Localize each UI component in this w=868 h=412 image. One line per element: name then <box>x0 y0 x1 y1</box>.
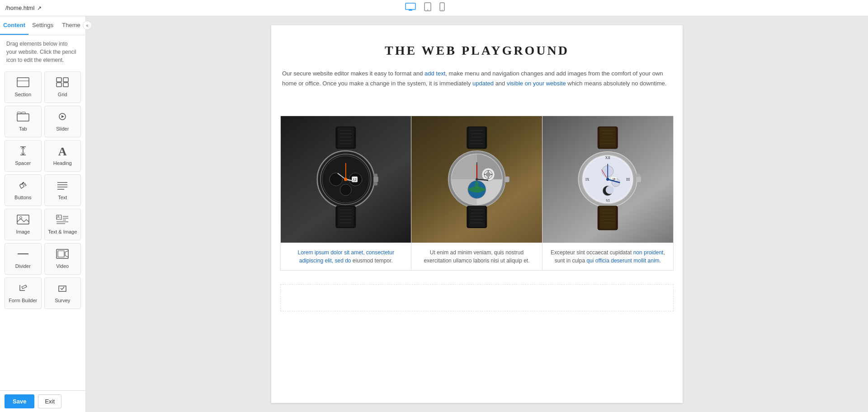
section-icon <box>17 77 29 89</box>
svg-rect-8 <box>17 78 29 87</box>
grid-label: Grid <box>58 92 67 97</box>
svg-line-90 <box>476 179 488 180</box>
product-caption-3-link-1: non proident <box>633 249 664 256</box>
element-survey[interactable]: Survey <box>44 277 81 309</box>
svg-text:IX: IX <box>585 178 590 182</box>
product-item-2: Ut enim ad minim veniam, quis nostrud ex… <box>411 116 542 270</box>
element-text-image[interactable]: Text & Image <box>44 209 81 240</box>
svg-rect-13 <box>63 83 68 87</box>
svg-rect-37 <box>58 251 64 257</box>
topbar: /home.html ↗ <box>0 0 868 16</box>
form-builder-label: Form Builder <box>9 298 37 303</box>
sidebar-collapse-button[interactable]: « <box>83 21 92 30</box>
svg-rect-12 <box>57 83 61 87</box>
desktop-icon[interactable] <box>405 3 416 13</box>
svg-text:VI: VI <box>606 199 610 203</box>
image-icon <box>17 215 29 226</box>
product-item-3: XII III VI IX 18 <box>542 116 673 270</box>
svg-point-55 <box>330 173 343 186</box>
filename-label: /home.html <box>5 5 34 11</box>
video-icon <box>56 249 69 261</box>
spacer-label: Spacer <box>15 160 31 166</box>
element-heading[interactable]: A Heading <box>44 140 81 172</box>
divider-icon <box>17 249 29 261</box>
element-form-builder[interactable]: Form Builder <box>5 277 42 309</box>
product-grid: 12 <box>280 116 674 271</box>
svg-line-38 <box>65 251 68 252</box>
svg-marker-18 <box>61 115 64 118</box>
divider-label: Divider <box>15 263 31 269</box>
topbar-left: /home.html ↗ <box>5 5 42 11</box>
section-label: Section <box>14 92 31 97</box>
product-image-1: 12 <box>281 116 411 243</box>
save-button[interactable]: Save <box>5 394 34 408</box>
element-text[interactable]: Text <box>44 174 81 206</box>
page-canvas: THE WEB PLAYGROUND Our secure website ed… <box>271 25 683 403</box>
element-section[interactable]: Section <box>5 71 42 103</box>
form-builder-icon <box>17 283 29 295</box>
mobile-icon[interactable] <box>439 2 445 14</box>
svg-rect-65 <box>338 206 354 227</box>
buttons-icon <box>17 180 29 192</box>
product-image-2 <box>411 116 542 243</box>
svg-rect-124 <box>636 177 641 183</box>
sidebar: « Content Settings Theme Drag elements b… <box>0 16 86 412</box>
tab-theme[interactable]: Theme <box>57 16 85 35</box>
svg-rect-52 <box>373 177 378 183</box>
text-icon <box>56 180 69 192</box>
tab-label: Tab <box>19 126 27 131</box>
image-label: Image <box>16 229 30 234</box>
video-label: Video <box>56 263 69 269</box>
intro-link-3: visible on your website <box>507 80 566 87</box>
svg-rect-26 <box>17 215 29 224</box>
element-image[interactable]: Image <box>5 209 42 240</box>
tab-settings[interactable]: Settings <box>28 16 57 35</box>
grid-icon <box>56 77 69 89</box>
svg-point-84 <box>486 172 491 177</box>
svg-rect-10 <box>57 78 61 82</box>
element-video[interactable]: Video <box>44 243 81 275</box>
main-layout: « Content Settings Theme Drag elements b… <box>0 16 868 412</box>
empty-section <box>280 284 674 311</box>
svg-rect-72 <box>468 127 485 148</box>
sidebar-bottom-actions: Save Exit <box>0 390 85 412</box>
survey-icon <box>56 283 69 295</box>
element-divider[interactable]: Divider <box>5 243 42 275</box>
tablet-icon[interactable] <box>424 2 431 14</box>
svg-point-118 <box>606 186 614 194</box>
product-caption-1-link: Lorem ipsum dolor sit amet, consectetur … <box>297 249 394 264</box>
spacer-icon <box>17 146 29 158</box>
canvas-area: THE WEB PLAYGROUND Our secure website ed… <box>86 16 868 412</box>
svg-point-5 <box>427 9 428 10</box>
svg-rect-102 <box>599 127 616 148</box>
svg-rect-11 <box>63 78 68 82</box>
external-link-icon[interactable]: ↗ <box>37 5 42 11</box>
svg-rect-54 <box>373 182 377 185</box>
svg-rect-43 <box>338 127 354 148</box>
tab-content[interactable]: Content <box>0 16 28 35</box>
product-image-3: XII III VI IX 18 <box>542 116 673 243</box>
element-tab[interactable]: Tab <box>5 106 42 137</box>
intro-link-1: add text <box>425 70 445 77</box>
element-slider[interactable]: Slider <box>44 106 81 137</box>
svg-rect-92 <box>505 177 509 183</box>
svg-rect-53 <box>373 174 377 177</box>
page-title: THE WEB PLAYGROUND <box>280 43 674 58</box>
element-spacer[interactable]: Spacer <box>5 140 42 172</box>
svg-point-126 <box>606 178 609 181</box>
svg-point-93 <box>476 178 478 180</box>
svg-point-57 <box>340 184 352 196</box>
product-caption-3-link-2: qui officia deserunt mollit anim. <box>586 258 661 264</box>
sidebar-description: Drag elements below into your website. C… <box>0 35 85 69</box>
svg-rect-14 <box>17 114 29 121</box>
element-buttons[interactable]: Buttons <box>5 174 42 206</box>
svg-rect-125 <box>636 174 640 177</box>
slider-icon <box>56 112 69 123</box>
buttons-label: Buttons <box>14 195 31 200</box>
slider-label: Slider <box>56 126 69 131</box>
product-caption-2: Ut enim ad minim veniam, quis nostrud ex… <box>411 243 542 270</box>
heading-icon: A <box>58 146 67 158</box>
element-grid[interactable]: Grid <box>44 71 81 103</box>
exit-button[interactable]: Exit <box>38 394 61 408</box>
sidebar-elements-panel: Section Grid Tab <box>0 69 85 390</box>
